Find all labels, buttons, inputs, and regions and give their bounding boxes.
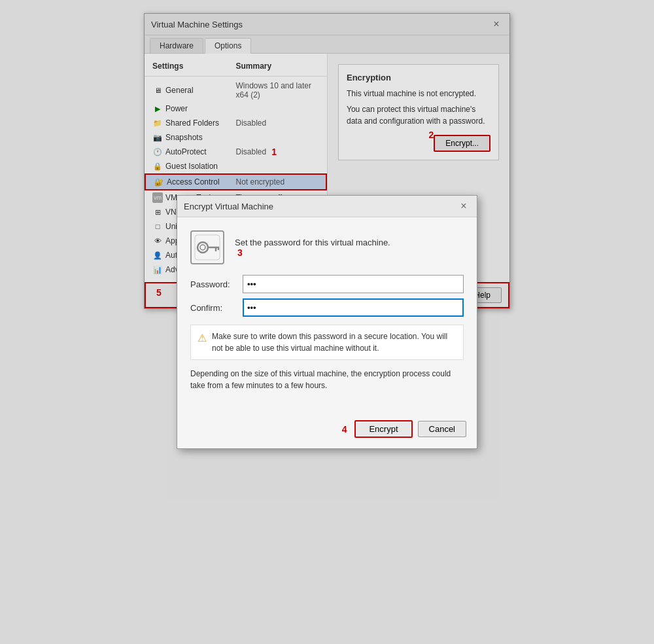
dialog-close-button[interactable]: ×: [457, 200, 470, 213]
annotation-3: 3: [237, 247, 243, 258]
password-label: Password:: [190, 279, 243, 289]
info-text: Depending on the size of this virtual ma…: [190, 368, 464, 391]
encrypt-dialog: Encrypt Virtual Machine × Set the: [177, 195, 477, 449]
warning-row: ⚠ Make sure to write down this password …: [190, 325, 464, 360]
svg-point-0: [198, 242, 208, 253]
confirm-input[interactable]: [243, 298, 464, 317]
password-input[interactable]: [243, 275, 464, 293]
confirm-row: Confirm:: [190, 298, 464, 317]
dialog-overlay: Encrypt Virtual Machine × Set the: [0, 0, 654, 644]
dialog-cancel-button[interactable]: Cancel: [418, 421, 466, 437]
dialog-subtitle: Set the password for this virtual machin…: [235, 238, 390, 247]
key-icon: [190, 230, 224, 264]
dialog-footer: 4 Encrypt Cancel: [177, 415, 477, 448]
dialog-body: Set the password for this virtual machin…: [177, 217, 477, 415]
warning-text: Make sure to write down this password in…: [212, 331, 456, 354]
dialog-title-bar: Encrypt Virtual Machine ×: [177, 196, 477, 217]
dialog-header-row: Set the password for this virtual machin…: [190, 230, 464, 264]
warning-icon: ⚠: [198, 331, 207, 354]
annotation-4: 4: [342, 424, 347, 435]
confirm-label: Confirm:: [190, 303, 243, 313]
svg-point-1: [200, 245, 205, 250]
password-row: Password:: [190, 275, 464, 293]
dialog-title: Encrypt Virtual Machine: [184, 202, 273, 211]
key-svg: [194, 234, 220, 260]
dialog-encrypt-button[interactable]: Encrypt: [354, 420, 412, 438]
